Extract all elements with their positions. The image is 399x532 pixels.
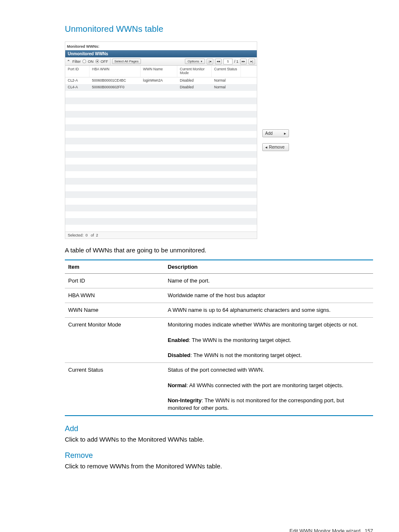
desc-item: HBA WWN	[65, 288, 164, 303]
table-row-empty	[65, 191, 257, 198]
add-button-label: Add	[265, 131, 273, 136]
table-row-empty	[65, 185, 257, 191]
add-description: Click to add WWNs to the Monitored WWNs …	[65, 436, 373, 443]
selected-label: Selected:	[68, 233, 84, 237]
table-row-empty	[65, 118, 257, 124]
mode-disabled-text: : The WWN is not the monitoring target o…	[190, 352, 302, 358]
col-header-mode[interactable]: Current Monitor Mode	[177, 66, 212, 77]
table-row-empty	[65, 205, 257, 211]
grid-header: Port ID HBA WWN WWN Name Current Monitor…	[65, 66, 257, 77]
intro-text: A table of WWNs that are going to be unm…	[65, 247, 373, 254]
footer-text: Edit WWN Monitor Mode wizard	[289, 528, 361, 532]
page-first-button[interactable]: |◂	[207, 59, 213, 64]
subheading-add: Add	[65, 424, 373, 433]
page-prev-button[interactable]: ◂◂	[215, 59, 222, 64]
status-line1: Status of the port connected with WWN.	[168, 367, 264, 373]
table-row-empty	[65, 111, 257, 118]
page-total-label: / 1	[234, 59, 238, 64]
footer-page-number: 157	[365, 528, 373, 532]
toolbar-separator	[110, 58, 110, 65]
selected-count: 0	[86, 233, 88, 237]
mode-line1: Monitoring modes indicate whether WWNs a…	[168, 321, 358, 328]
desc-item: Current Monitor Mode	[65, 318, 164, 363]
cell-wwn: loginWwn2A	[141, 77, 177, 84]
table-row-empty	[65, 124, 257, 131]
status-normal-label: Normal	[168, 382, 187, 388]
panel-footer: Selected: 0 of 2	[65, 231, 257, 239]
desc-head-desc: Description	[164, 260, 373, 274]
select-all-pages-button[interactable]: Select All Pages	[112, 59, 141, 64]
table-row-empty	[65, 225, 257, 231]
add-button[interactable]: Add ▸	[262, 129, 289, 137]
cell-port: CL2-A	[65, 77, 90, 84]
status-nonint-label: Non-Integrity	[168, 397, 202, 403]
table-row-empty	[65, 91, 257, 98]
page-footer: Edit WWN Monitor Mode wizard 157	[65, 528, 373, 532]
page-input[interactable]	[223, 59, 233, 64]
desc-text: A WWN name is up to 64 alphanumeric char…	[164, 303, 373, 318]
panel-toolbar: Filter ON OFF Select All Pages Options |…	[65, 57, 257, 66]
col-header-status[interactable]: Current Status	[212, 66, 241, 77]
cell-port: CL4-A	[65, 84, 90, 91]
arrow-left-icon: ◂	[265, 145, 267, 149]
table-row-empty	[65, 211, 257, 218]
desc-text: Worldwide name of the host bus adaptor	[164, 288, 373, 303]
remove-button-label: Remove	[269, 145, 284, 149]
table-row-empty	[65, 164, 257, 171]
desc-row-wwn: WWN Name A WWN name is up to 64 alphanum…	[65, 303, 373, 318]
filter-label[interactable]: Filter	[67, 59, 81, 64]
table-row-empty	[65, 138, 257, 144]
options-button[interactable]: Options	[185, 59, 205, 64]
remove-description: Click to remove WWNs from the Monitored …	[65, 463, 373, 470]
cell-status: Normal	[212, 77, 241, 84]
table-row-empty	[65, 171, 257, 178]
section-heading-unmonitored: Unmonitored WWNs table	[65, 24, 373, 34]
filter-text: Filter	[72, 59, 81, 64]
desc-item: WWN Name	[65, 303, 164, 318]
cell-status: Normal	[212, 84, 241, 91]
filter-on-label: ON	[88, 59, 94, 64]
mode-disabled-label: Disabled	[168, 352, 190, 358]
filter-on-radio[interactable]	[82, 59, 86, 63]
col-header-wwn[interactable]: WWN Name	[141, 66, 177, 77]
table-row-empty	[65, 218, 257, 225]
cell-hba: 50060B00001CE4BC	[90, 77, 141, 84]
desc-text: Name of the port.	[164, 273, 373, 288]
remove-button[interactable]: ◂ Remove	[262, 143, 289, 151]
desc-head-item: Item	[65, 260, 164, 274]
total-count: 2	[96, 233, 98, 237]
col-header-hba[interactable]: HBA WWN	[90, 66, 141, 77]
table-row[interactable]: CL2-A 50060B00001CE4BC loginWwn2A Disabl…	[65, 77, 257, 84]
mode-enabled-text: : The WWN is the monitoring target objec…	[189, 337, 292, 343]
table-row-empty	[65, 151, 257, 158]
mode-enabled-label: Enabled	[168, 337, 189, 343]
page-next-button[interactable]: ▸▸	[240, 59, 247, 64]
table-row[interactable]: CL4-A 50060B0000602FF0 Disabled Normal	[65, 84, 257, 91]
table-row-empty	[65, 98, 257, 104]
desc-row-status: Current Status Status of the port connec…	[65, 363, 373, 416]
screenshot-area: Monitored WWNs: Unmonitored WWNs Filter …	[65, 41, 373, 239]
description-table: Item Description Port ID Name of the por…	[65, 260, 373, 416]
subheading-remove: Remove	[65, 451, 373, 460]
table-row-empty	[65, 144, 257, 151]
page-last-button[interactable]: ▸|	[248, 59, 255, 64]
status-normal-text: : All WWNs connected with the port are m…	[187, 382, 343, 388]
filter-off-radio[interactable]	[95, 59, 99, 63]
desc-row-mode: Current Monitor Mode Monitoring modes in…	[65, 318, 373, 363]
desc-item: Current Status	[65, 363, 164, 416]
panel-outer-label: Monitored WWNs:	[65, 42, 257, 50]
table-row-empty	[65, 104, 257, 111]
filter-off-label: OFF	[101, 59, 108, 64]
col-header-port[interactable]: Port ID	[65, 66, 90, 77]
desc-text: Status of the port connected with WWN. N…	[164, 363, 373, 416]
cell-mode: Disabled	[177, 77, 212, 84]
desc-row-hba: HBA WWN Worldwide name of the host bus a…	[65, 288, 373, 303]
unmonitored-wwns-panel: Monitored WWNs: Unmonitored WWNs Filter …	[65, 41, 257, 239]
panel-title: Unmonitored WWNs	[65, 50, 257, 57]
grid-body: CL2-A 50060B00001CE4BC loginWwn2A Disabl…	[65, 77, 257, 231]
options-label: Options	[187, 59, 199, 63]
side-buttons: Add ▸ ◂ Remove	[262, 129, 289, 151]
cell-mode: Disabled	[177, 84, 212, 91]
desc-row-portid: Port ID Name of the port.	[65, 273, 373, 288]
desc-item: Port ID	[65, 273, 164, 288]
